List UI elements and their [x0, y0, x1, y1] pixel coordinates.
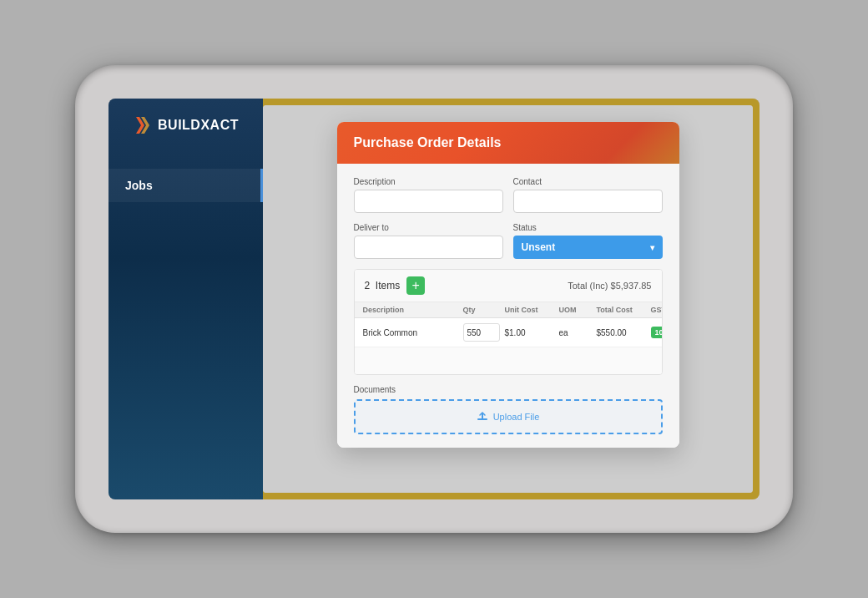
upload-area[interactable]: Upload File: [354, 399, 663, 434]
description-label: Description: [354, 177, 503, 186]
row-unit-cost: $1.00: [505, 328, 559, 337]
deliver-to-input[interactable]: [354, 236, 503, 259]
logo-area: BUILDXACT: [119, 115, 252, 135]
description-group: Description: [354, 177, 503, 213]
contact-input[interactable]: [513, 190, 663, 213]
col-unit-cost: Unit Cost: [505, 306, 559, 314]
upload-text: Upload File: [366, 411, 651, 423]
row-total-cost: $550.00: [597, 328, 651, 337]
row-uom: ea: [559, 328, 597, 337]
contact-label: Contact: [513, 177, 663, 186]
modal-header: Purchase Order Details: [337, 122, 679, 164]
col-qty: Qty: [463, 306, 505, 314]
items-section: 2 Items + Total (Inc) $5,937.85: [354, 269, 663, 375]
add-item-button[interactable]: +: [406, 276, 425, 295]
table-row: Brick Common $1.00 ea $550.00 10% 🗑: [355, 318, 662, 347]
items-table: Description Qty Unit Cost UOM Total Cost…: [355, 302, 662, 374]
modal-body: Description Contact: [337, 164, 679, 448]
documents-section: Documents Upload File: [354, 385, 663, 434]
description-input[interactable]: [354, 190, 503, 213]
upload-icon: [477, 411, 488, 423]
col-uom: UOM: [559, 306, 597, 314]
status-button[interactable]: Unsent ▾: [513, 236, 663, 259]
sidebar: BUILDXACT Jobs: [108, 99, 263, 499]
form-row-1: Description Contact: [354, 177, 663, 213]
form-row-2: Deliver to Status Unsent ▾: [354, 223, 663, 259]
row-description: Brick Common: [363, 328, 463, 337]
modal-title: Purchase Order Details: [354, 135, 502, 150]
table-empty-row: [355, 347, 662, 374]
sidebar-nav: Jobs: [108, 169, 263, 202]
deliver-to-label: Deliver to: [354, 223, 503, 232]
chevron-down-icon: ▾: [650, 243, 654, 252]
buildxact-logo-icon: [133, 115, 153, 135]
purchase-order-modal: Purchase Order Details Description: [337, 122, 679, 448]
table-header: Description Qty Unit Cost UOM Total Cost…: [355, 302, 662, 318]
tablet-screen: BUILDXACT Jobs Purchase Order Details: [108, 99, 760, 499]
modal-overlay: Purchase Order Details Description: [263, 105, 753, 493]
row-qty-input[interactable]: [463, 323, 500, 342]
contact-group: Contact: [513, 177, 663, 213]
logo-text: BUILDXACT: [158, 118, 239, 133]
deliver-to-group: Deliver to: [354, 223, 503, 259]
svg-rect-0: [477, 418, 487, 420]
sidebar-item-jobs[interactable]: Jobs: [108, 169, 263, 202]
col-total-cost: Total Cost: [597, 306, 651, 314]
col-gst: GST: [651, 306, 663, 314]
status-label: Status: [513, 223, 663, 232]
gst-badge: 10%: [651, 327, 663, 338]
main-content: Purchase Order Details Description: [263, 105, 753, 493]
items-header: 2 Items + Total (Inc) $5,937.85: [355, 270, 662, 302]
items-count-area: 2 Items +: [365, 276, 426, 295]
documents-label: Documents: [354, 385, 663, 394]
col-description: Description: [363, 306, 463, 314]
status-group: Status Unsent ▾: [513, 223, 663, 259]
items-total: Total (Inc) $5,937.85: [568, 281, 651, 291]
right-panel: Purchase Order Details Description: [263, 99, 760, 499]
status-select: Unsent ▾: [513, 236, 663, 259]
tablet-device: BUILDXACT Jobs Purchase Order Details: [75, 65, 793, 533]
items-count: 2 Items: [365, 280, 401, 291]
